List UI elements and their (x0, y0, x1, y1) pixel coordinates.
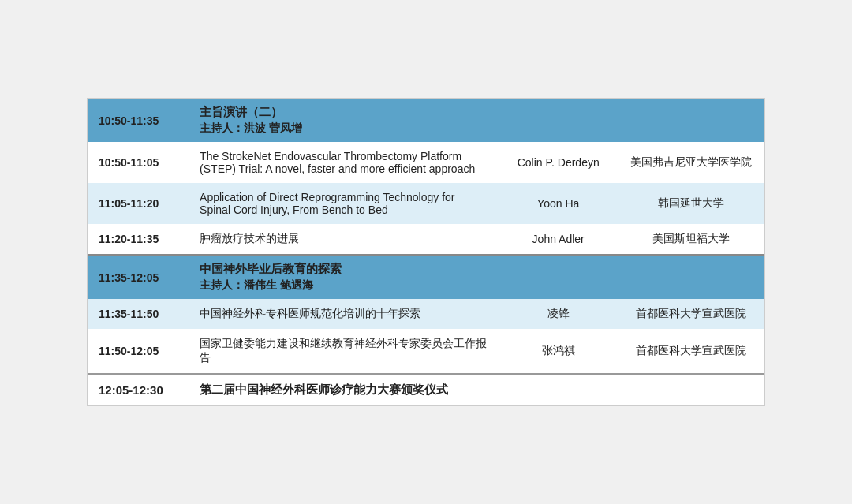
section-2-header: 11:35-12:05 中国神外毕业后教育的探索 主持人：潘伟生 鲍遇海 (88, 255, 764, 299)
row-institution: 首都医科大学宣武医院 (618, 329, 764, 374)
final-title: 第二届中国神经外科医师诊疗能力大赛颁奖仪式 (189, 374, 764, 405)
section-1-time: 10:50-11:35 (88, 99, 189, 142)
table-row: 10:50-11:05 The StrokeNet Endovascular T… (88, 142, 764, 183)
row-time: 11:05-11:20 (88, 183, 189, 224)
section-2-time: 11:35-12:05 (88, 255, 189, 299)
row-institution: 美国弗吉尼亚大学医学院 (618, 142, 764, 183)
row-speaker: Colin P. Derdeyn (498, 142, 618, 183)
row-title: 中国神经外科专科医师规范化培训的十年探索 (189, 299, 498, 329)
row-title: 国家卫健委能力建设和继续教育神经外科专家委员会工作报告 (189, 329, 498, 374)
row-time: 11:20-11:35 (88, 224, 189, 255)
row-speaker: John Adler (498, 224, 618, 255)
final-row: 12:05-12:30 第二届中国神经外科医师诊疗能力大赛颁奖仪式 (88, 374, 764, 405)
row-speaker: Yoon Ha (498, 183, 618, 224)
table-row: 11:05-11:20 Application of Direct Reprog… (88, 183, 764, 224)
row-speaker: 张鸿祺 (498, 329, 618, 374)
table-row: 11:20-11:35 肿瘤放疗技术的进展 John Adler 美国斯坦福大学 (88, 224, 764, 255)
row-institution: 韩国延世大学 (618, 183, 764, 224)
row-time: 11:35-11:50 (88, 299, 189, 329)
section-1-moderator: 主持人：洪波 菅凤增 (200, 121, 753, 136)
row-time: 11:50-12:05 (88, 329, 189, 374)
row-time: 10:50-11:05 (88, 142, 189, 183)
section-2-header-content: 中国神外毕业后教育的探索 主持人：潘伟生 鲍遇海 (189, 255, 764, 299)
section-1-title: 主旨演讲（二） (200, 105, 753, 120)
row-title: The StrokeNet Endovascular Thrombectomy … (189, 142, 498, 183)
row-institution: 首都医科大学宣武医院 (618, 299, 764, 329)
row-title: 肿瘤放疗技术的进展 (189, 224, 498, 255)
table-row: 11:35-11:50 中国神经外科专科医师规范化培训的十年探索 凌锋 首都医科… (88, 299, 764, 329)
section-2-title: 中国神外毕业后教育的探索 (200, 262, 753, 277)
section-2-moderator: 主持人：潘伟生 鲍遇海 (200, 278, 753, 293)
row-institution: 美国斯坦福大学 (618, 224, 764, 255)
row-title: Application of Direct Reprogramming Tech… (189, 183, 498, 224)
final-time: 12:05-12:30 (88, 374, 189, 405)
section-1-header: 10:50-11:35 主旨演讲（二） 主持人：洪波 菅凤增 (88, 99, 764, 142)
schedule-container: 10:50-11:35 主旨演讲（二） 主持人：洪波 菅凤增 10:50-11:… (87, 98, 765, 406)
table-row: 11:50-12:05 国家卫健委能力建设和继续教育神经外科专家委员会工作报告 … (88, 329, 764, 374)
row-speaker: 凌锋 (498, 299, 618, 329)
section-1-header-content: 主旨演讲（二） 主持人：洪波 菅凤增 (189, 99, 764, 142)
